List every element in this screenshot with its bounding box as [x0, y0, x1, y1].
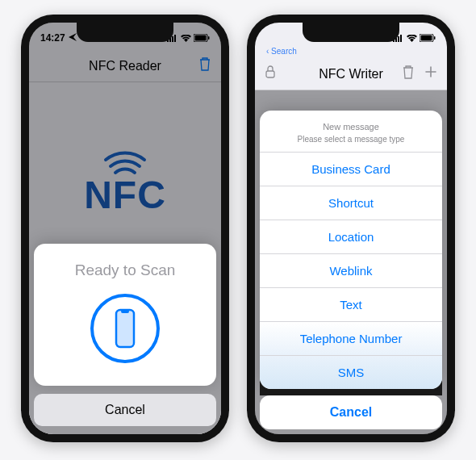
svg-rect-11: [398, 36, 399, 42]
status-indicators: [393, 34, 436, 42]
menu-header: New message Please select a message type: [260, 111, 442, 152]
menu-option-weblink[interactable]: Weblink: [260, 253, 442, 287]
svg-rect-14: [421, 36, 432, 41]
scan-icon-wrap: [44, 294, 207, 363]
menu-option-shortcut[interactable]: Shortcut: [260, 186, 442, 220]
menu-option-business-card[interactable]: Business Card: [260, 152, 442, 186]
svg-rect-7: [116, 310, 134, 347]
phone-nfc-reader: 14:27 NFC Reader NFC: [21, 15, 229, 442]
svg-rect-16: [266, 71, 274, 77]
trash-icon[interactable]: [402, 65, 415, 83]
wifi-icon: [407, 35, 417, 42]
add-icon[interactable]: [424, 65, 437, 82]
screen: 14:27 NFC Reader NFC: [29, 23, 221, 434]
screen: Search NFC Writer New message Please sel…: [255, 23, 447, 434]
navbar-title: NFC Writer: [319, 67, 383, 82]
navbar: NFC Writer: [255, 58, 447, 90]
phone-nfc-writer: Search NFC Writer New message Please sel…: [247, 15, 455, 442]
scan-phone-icon: [90, 294, 160, 363]
svg-rect-12: [400, 35, 402, 42]
status-time: 14:27: [40, 32, 65, 44]
status-indicators: [167, 34, 210, 42]
svg-rect-6: [208, 36, 210, 40]
menu-option-text[interactable]: Text: [260, 287, 442, 321]
message-type-sheet: New message Please select a message type…: [260, 111, 442, 389]
cancel-button[interactable]: Cancel: [34, 394, 216, 426]
cancel-button[interactable]: Cancel: [260, 395, 442, 429]
scan-title: Ready to Scan: [44, 261, 207, 279]
menu-option-location[interactable]: Location: [260, 220, 442, 253]
menu-option-telephone[interactable]: Telephone Number: [260, 321, 442, 355]
svg-rect-5: [195, 36, 207, 41]
svg-rect-15: [434, 36, 436, 40]
battery-icon: [420, 34, 436, 42]
notch: [77, 23, 173, 42]
scan-sheet: Ready to Scan: [34, 244, 216, 386]
wifi-icon: [181, 35, 191, 42]
battery-icon: [194, 34, 210, 42]
lock-icon[interactable]: [265, 65, 276, 82]
svg-rect-2: [172, 36, 173, 42]
menu-option-sms[interactable]: SMS: [260, 355, 442, 389]
svg-rect-8: [121, 310, 129, 313]
breadcrumb[interactable]: Search: [266, 47, 297, 56]
menu-title: New message: [268, 122, 434, 132]
notch: [303, 23, 399, 42]
location-icon: [69, 32, 77, 44]
svg-rect-3: [174, 35, 176, 42]
menu-subtitle: Please select a message type: [268, 135, 434, 144]
